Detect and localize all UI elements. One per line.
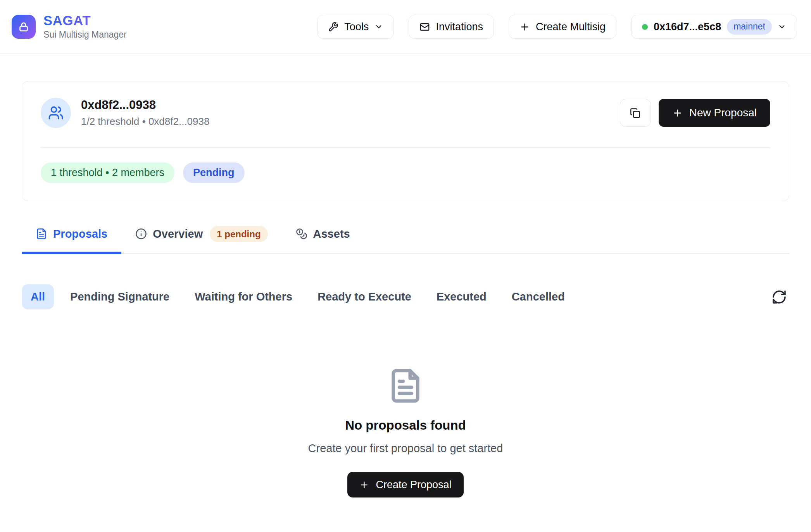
lock-icon <box>18 21 29 33</box>
tab-proposals[interactable]: Proposals <box>22 226 121 254</box>
app-subtitle: Sui Multisig Manager <box>43 29 127 40</box>
coins-icon <box>296 228 307 240</box>
plus-icon <box>672 108 683 118</box>
mail-icon <box>419 22 430 32</box>
tab-assets[interactable]: Assets <box>282 226 364 254</box>
app-title: SAGAT <box>43 14 127 28</box>
pending-count-badge: 1 pending <box>210 226 267 242</box>
users-icon <box>48 105 64 121</box>
app-logo <box>12 15 36 39</box>
invitations-label: Invitations <box>436 21 483 33</box>
brand: SAGAT Sui Multisig Manager <box>12 14 127 40</box>
tab-overview-label: Overview <box>153 228 203 240</box>
empty-state: No proposals found Create your first pro… <box>22 368 789 497</box>
tab-overview[interactable]: Overview 1 pending <box>121 226 281 254</box>
chevron-down-icon <box>374 22 383 31</box>
tools-label: Tools <box>344 21 369 33</box>
card-divider <box>41 147 770 148</box>
chevron-down-icon <box>778 22 786 31</box>
brand-text: SAGAT Sui Multisig Manager <box>43 14 127 40</box>
plus-icon <box>519 22 530 32</box>
multisig-actions: New Proposal <box>620 99 770 127</box>
document-icon <box>36 228 47 240</box>
wallet-address: 0x16d7...e5c8 <box>654 21 721 33</box>
filter-cancelled[interactable]: Cancelled <box>503 284 574 309</box>
refresh-button[interactable] <box>769 287 789 307</box>
wallet-button[interactable]: 0x16d7...e5c8 mainnet <box>631 15 797 39</box>
new-proposal-label: New Proposal <box>689 107 757 119</box>
proposal-filters: All Pending Signature Waiting for Others… <box>22 284 789 309</box>
tab-bar: Proposals Overview 1 pending <box>22 226 789 254</box>
create-proposal-button[interactable]: Create Proposal <box>347 472 463 497</box>
empty-state-subtitle: Create your first proposal to get starte… <box>308 442 503 455</box>
copy-icon <box>630 108 640 118</box>
multisig-badges: 1 threshold • 2 members Pending <box>41 162 770 183</box>
filter-ready-to-execute[interactable]: Ready to Execute <box>309 284 420 309</box>
multisig-card: 0xd8f2...0938 1/2 threshold • 0xd8f2...0… <box>22 81 789 201</box>
tab-proposals-label: Proposals <box>53 228 107 240</box>
app-header: SAGAT Sui Multisig Manager Tools <box>0 0 811 54</box>
empty-state-title: No proposals found <box>345 418 466 433</box>
filter-executed[interactable]: Executed <box>428 284 495 309</box>
filter-waiting-for-others[interactable]: Waiting for Others <box>186 284 301 309</box>
copy-address-button[interactable] <box>620 99 651 127</box>
filter-pending-signature[interactable]: Pending Signature <box>61 284 178 309</box>
multisig-identity: 0xd8f2...0938 1/2 threshold • 0xd8f2...0… <box>41 98 209 128</box>
create-multisig-button[interactable]: Create Multisig <box>509 15 616 39</box>
header-actions: Tools Invitations <box>317 15 797 39</box>
multisig-text: 0xd8f2...0938 1/2 threshold • 0xd8f2...0… <box>81 98 209 128</box>
connection-status-dot <box>642 24 648 30</box>
status-badge: Pending <box>183 162 245 183</box>
app-page: SAGAT Sui Multisig Manager Tools <box>0 0 811 532</box>
multisig-card-header: 0xd8f2...0938 1/2 threshold • 0xd8f2...0… <box>41 98 770 128</box>
multisig-title: 0xd8f2...0938 <box>81 98 209 112</box>
filter-all[interactable]: All <box>22 284 54 309</box>
tab-assets-label: Assets <box>313 228 350 240</box>
members-badge: 1 threshold • 2 members <box>41 162 174 183</box>
refresh-icon <box>771 289 787 305</box>
main-content: 0xd8f2...0938 1/2 threshold • 0xd8f2...0… <box>0 81 811 497</box>
multisig-subtitle: 1/2 threshold • 0xd8f2...0938 <box>81 116 209 128</box>
create-multisig-label: Create Multisig <box>536 21 606 33</box>
network-badge: mainnet <box>727 19 772 35</box>
new-proposal-button[interactable]: New Proposal <box>659 99 770 127</box>
tools-button[interactable]: Tools <box>317 15 394 39</box>
avatar <box>41 98 71 128</box>
wrench-icon <box>328 22 338 32</box>
plus-icon <box>359 480 369 490</box>
invitations-button[interactable]: Invitations <box>409 15 494 39</box>
create-proposal-label: Create Proposal <box>376 479 451 491</box>
empty-document-icon <box>387 368 424 404</box>
info-icon <box>135 228 147 240</box>
